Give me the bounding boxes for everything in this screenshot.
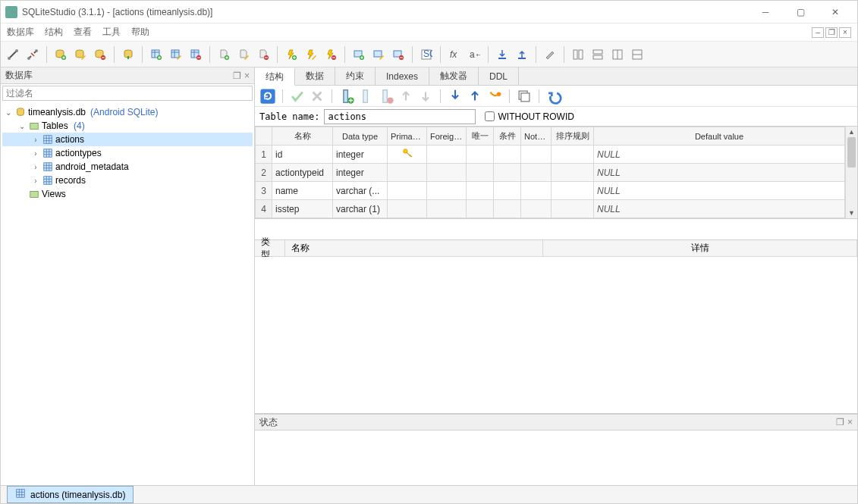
delete-column-icon[interactable] — [378, 88, 394, 105]
cell-check[interactable] — [494, 182, 521, 200]
table-row[interactable]: 3 name varchar (... NULL — [256, 182, 857, 200]
cell-pk[interactable] — [388, 200, 427, 218]
tree-views-node[interactable]: › Views — [2, 187, 253, 201]
sql-editor-icon[interactable]: SQL — [417, 45, 435, 64]
table-edit-icon[interactable] — [167, 45, 185, 64]
mdi-close-button[interactable]: × — [839, 27, 851, 38]
cell-default[interactable]: NULL — [594, 200, 845, 218]
header-collate[interactable]: 排序规则 — [552, 127, 594, 146]
layout1-icon[interactable] — [569, 45, 587, 64]
cell-check[interactable] — [494, 200, 521, 218]
tab-indexes[interactable]: Indexes — [376, 67, 429, 85]
without-rowid-checkbox[interactable]: WITHOUT ROWID — [485, 111, 574, 122]
panel-close-icon[interactable]: × — [244, 70, 250, 81]
trigger-edit-icon[interactable] — [302, 45, 320, 64]
chevron-down-icon[interactable]: ⌄ — [17, 122, 27, 130]
cell-check[interactable] — [494, 164, 521, 182]
populate-icon[interactable] — [486, 88, 503, 105]
header-name[interactable]: 名称 — [272, 127, 333, 146]
index-edit-icon[interactable] — [234, 45, 253, 64]
header-default[interactable]: Default value — [594, 127, 845, 146]
cell-fk[interactable] — [427, 200, 467, 218]
cell-fk[interactable] — [427, 146, 467, 164]
layout4-icon[interactable] — [628, 45, 646, 64]
chevron-down-icon[interactable]: ⌄ — [4, 108, 13, 117]
menu-tools[interactable]: 工具 — [102, 26, 121, 39]
document-tab[interactable]: actions (timeanlysis.db) — [7, 486, 134, 503]
trigger-delete-icon[interactable] — [322, 45, 340, 64]
view-edit-icon[interactable] — [369, 45, 388, 64]
refresh-icon[interactable] — [259, 88, 276, 105]
cell-default[interactable]: NULL — [594, 146, 845, 164]
header-fk[interactable]: Foreign Key — [427, 127, 467, 146]
cell-unique[interactable] — [467, 164, 494, 182]
cell-fk[interactable] — [427, 182, 467, 200]
tree-tables-node[interactable]: ⌄ Tables (4) — [2, 119, 253, 133]
cell-collate[interactable] — [552, 164, 594, 182]
cell-unique[interactable] — [467, 200, 494, 218]
panel-close-icon[interactable]: × — [847, 417, 853, 427]
chevron-right-icon[interactable]: › — [31, 177, 40, 185]
panel-float-icon[interactable]: ❐ — [233, 70, 241, 81]
cell-collate[interactable] — [552, 200, 594, 218]
chevron-right-icon[interactable]: › — [31, 149, 40, 158]
move-down-icon[interactable] — [417, 88, 434, 105]
tree-table-actions[interactable]: › actions — [2, 133, 253, 146]
columns-grid[interactable]: 名称 Data type Primary Key Foreign Key 唯一 … — [255, 127, 857, 218]
cell-name[interactable]: name — [272, 182, 333, 200]
header-unique[interactable]: 唯一 — [467, 127, 494, 146]
header-datatype[interactable]: Data type — [333, 127, 388, 146]
index-add-icon[interactable] — [215, 45, 233, 64]
import-table-icon[interactable] — [447, 88, 464, 105]
chevron-right-icon[interactable]: › — [31, 163, 40, 171]
db-remove-icon[interactable] — [91, 45, 109, 64]
cell-unique[interactable] — [467, 146, 494, 164]
cell-notnull[interactable] — [521, 146, 552, 164]
connect-icon[interactable] — [4, 45, 22, 64]
cell-collate[interactable] — [552, 182, 594, 200]
cell-pk[interactable] — [388, 164, 427, 182]
close-button[interactable]: ✕ — [818, 2, 853, 23]
menu-database[interactable]: 数据库 — [7, 26, 34, 39]
cell-name[interactable]: isstep — [272, 200, 333, 218]
add-column-icon[interactable] — [338, 88, 355, 105]
tab-ddl[interactable]: DDL — [479, 67, 519, 85]
cell-notnull[interactable] — [521, 182, 552, 200]
mdi-minimize-button[interactable]: – — [812, 27, 824, 38]
header-pk[interactable]: Primary Key — [388, 127, 427, 146]
cell-name[interactable]: id — [272, 146, 333, 164]
disconnect-icon[interactable] — [24, 45, 42, 64]
tablename-input[interactable] — [324, 109, 476, 124]
trigger-add-icon[interactable] — [282, 45, 300, 64]
cell-check[interactable] — [494, 146, 521, 164]
detail-body[interactable] — [255, 257, 857, 413]
cell-default[interactable]: NULL — [594, 182, 845, 200]
db-edit-icon[interactable] — [71, 45, 90, 64]
edit-column-icon[interactable] — [358, 88, 375, 105]
cell-unique[interactable] — [467, 182, 494, 200]
tab-triggers[interactable]: 触发器 — [429, 67, 479, 85]
scroll-up-icon[interactable]: ▲ — [846, 127, 857, 137]
menu-view[interactable]: 查看 — [74, 26, 92, 39]
tab-data[interactable]: 数据 — [295, 67, 335, 85]
cell-fk[interactable] — [427, 164, 467, 182]
undo-icon[interactable] — [545, 88, 562, 105]
rollback-icon[interactable] — [309, 88, 325, 105]
table-add-icon[interactable] — [147, 45, 165, 64]
table-row[interactable]: 2 actiontypeid integer NULL — [256, 164, 857, 182]
without-rowid-input[interactable] — [485, 111, 495, 121]
cell-notnull[interactable] — [521, 200, 552, 218]
tree-db-node[interactable]: ⌄ timeanlysis.db (Android SQLite) — [2, 105, 253, 119]
panel-float-icon[interactable]: ❐ — [836, 417, 844, 427]
maximize-button[interactable]: ▢ — [783, 2, 818, 23]
filter-input[interactable] — [2, 86, 253, 101]
layout3-icon[interactable] — [608, 45, 627, 64]
export-table-icon[interactable] — [467, 88, 483, 105]
menu-structure[interactable]: 结构 — [45, 26, 63, 39]
cell-pk[interactable] — [388, 182, 427, 200]
table-row[interactable]: 4 isstep varchar (1) NULL — [256, 200, 857, 218]
cell-collate[interactable] — [552, 146, 594, 164]
cell-type[interactable]: varchar (... — [333, 182, 388, 200]
db-tree[interactable]: ⌄ timeanlysis.db (Android SQLite) ⌄ Tabl… — [1, 102, 254, 485]
view-add-icon[interactable] — [350, 45, 368, 64]
